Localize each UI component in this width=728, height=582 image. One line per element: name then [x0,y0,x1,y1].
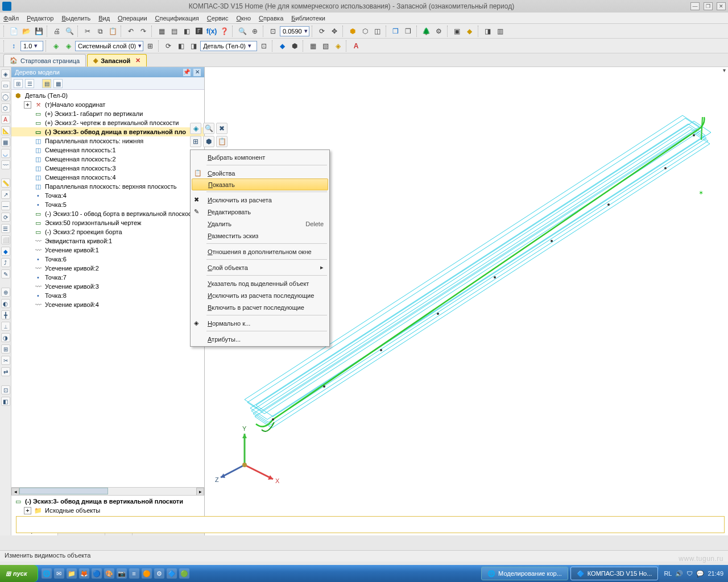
panel-dropdown-icon[interactable]: ▾ [723,67,726,73]
print-icon[interactable]: 🖨 [51,26,63,37]
paste-icon[interactable]: 📋 [107,26,118,37]
rail-tool-icon[interactable]: ⊕ [1,288,10,297]
preview-icon[interactable]: 🔍 [64,26,75,37]
tree-item[interactable]: ▭(+) Эскиз:2- чертеж в вертикальной плос… [11,118,204,127]
cut-icon[interactable]: ✂ [82,26,93,37]
tool-icon[interactable]: ◧ [181,26,192,37]
maximize-button[interactable]: ❐ [704,2,713,10]
rail-tool-icon[interactable]: ⤴ [1,258,10,267]
context-menu-item[interactable]: УдалитьDelete [191,218,329,230]
axis-icon[interactable]: ↕ [8,40,19,52]
assembly-icon[interactable]: ▣ [452,26,463,37]
tree-item[interactable]: ◫Смещенная плоскость:1 [11,146,204,155]
mini-tool-icon[interactable]: ✖ [216,123,228,134]
ql-icon[interactable]: ✉ [54,568,64,579]
rail-tool-icon[interactable]: 📏 [1,178,10,188]
menu-item[interactable]: Окно [237,15,251,22]
context-menu-item[interactable]: Включить в расчет последующие [191,301,329,313]
menu-item[interactable]: Сервис [207,15,229,22]
tree-item[interactable]: •Точка:8 [11,291,204,300]
menu-item[interactable]: Вид [98,15,110,22]
tree-item[interactable]: 〰Усечение кривой:3 [11,282,204,291]
tree-item[interactable]: ◫Смещенная плоскость:3 [11,164,204,173]
tree-selected-detail[interactable]: ▭(-) Эскиз:3- обвод днища в вертикальной… [11,497,204,506]
rail-tool-icon[interactable]: — [1,201,10,210]
body-dropdown[interactable]: Деталь (Тел-0) [200,41,257,51]
rail-tool-icon[interactable]: 📐 [1,126,10,135]
3d-icon[interactable]: ❒ [390,26,402,37]
tree-item[interactable]: +⤧(т)Начало координат [11,100,204,109]
menu-item[interactable]: Выделить [61,15,90,22]
ql-icon[interactable]: 📷 [117,568,127,579]
tool-icon[interactable]: ◧ [175,40,187,52]
ql-icon[interactable]: 🔵 [92,568,102,579]
tree-item[interactable]: ▭(+) Эскиз:1- габарит по вертикали [11,109,204,118]
tool-icon[interactable]: ▦ [156,26,167,37]
rail-tool-icon[interactable]: ⊡ [1,385,10,394]
save-icon[interactable]: 💾 [33,26,44,37]
rail-tool-icon[interactable]: ◑ [1,333,10,342]
tree-item[interactable]: •Точка:4 [11,191,204,200]
zoom-window-icon[interactable]: 🔍 [237,26,248,37]
mini-tool-icon[interactable]: ⊞ [190,136,201,147]
rail-tool-icon[interactable]: ✎ [1,269,10,278]
tree-item[interactable]: ▭(-) Эскиз:10 - обвод борта в вертикальн… [11,209,204,218]
context-menu-item[interactable]: ◈Нормально к... [191,317,329,329]
tree-toolbar-icon[interactable]: ☰ [25,79,34,88]
menu-item[interactable]: Справка [259,15,283,22]
scroll-right-icon[interactable]: ▸ [196,488,204,496]
ql-icon[interactable]: 🌐 [42,568,52,579]
refresh-icon[interactable]: ⟳ [163,40,174,52]
tool-icon[interactable]: ▤ [168,26,180,37]
context-menu-item[interactable]: Отношения в дополнительном окне [191,246,329,257]
close-button[interactable]: ✕ [717,2,726,10]
rail-tool-icon[interactable]: ↗ [1,190,10,199]
tray-icon[interactable]: 🛡 [686,570,693,577]
tree-item[interactable]: ◫Параллельная плоскость: верхняя плоскос… [11,182,204,191]
tree-item[interactable]: •Точка:7 [11,273,204,282]
document-tab[interactable]: 🏠Стартовая страница [3,54,86,66]
tray-icon[interactable]: 🔊 [675,570,683,577]
rail-tool-icon[interactable]: ◆ [1,247,10,256]
tray-clock[interactable]: 21:49 [708,570,723,577]
menu-item[interactable]: Редактор [27,15,53,22]
ql-icon[interactable]: 🎨 [104,568,114,579]
scroll-left-icon[interactable]: ◂ [11,488,19,496]
close-tab-icon[interactable]: ✕ [135,57,140,64]
3d-icon[interactable]: ❒ [403,26,414,37]
view-icon[interactable]: ⬢ [347,26,358,37]
zoom-fit-icon[interactable]: ⊡ [267,26,279,37]
rail-tool-icon[interactable]: ◧ [1,397,10,406]
mini-tool-icon[interactable]: ⬢ [203,136,214,147]
new-icon[interactable]: 📄 [8,26,19,37]
ql-icon[interactable]: 🦊 [79,568,89,579]
expand-icon[interactable]: + [24,507,31,514]
tool-icon[interactable]: ◈ [332,40,344,52]
tree-item[interactable]: ◫Параллельная плоскость: нижняя [11,136,204,146]
pan-icon[interactable]: ✥ [329,26,340,37]
ql-icon[interactable]: 🟢 [179,568,189,579]
tool-icon[interactable]: ⚙ [433,26,445,37]
view-icon[interactable]: ◫ [372,26,383,37]
tree-item[interactable]: •Точка:5 [11,200,204,209]
context-menu-item[interactable]: Атрибуты... [191,333,329,345]
tree-detail-item[interactable]: +📁Исходные объекты [11,506,204,515]
rail-tool-icon[interactable]: ☰ [1,224,10,233]
tool-icon[interactable]: 🅵 [193,26,205,37]
scale-dropdown[interactable]: 1.0 [20,41,43,51]
undo-icon[interactable]: ↶ [125,26,136,37]
rail-tool-icon[interactable]: ✂ [1,356,10,365]
taskbar-task[interactable]: 🌐Моделирование кор... [481,567,568,580]
mini-tool-icon[interactable]: ◈ [190,123,201,134]
layer-icon[interactable]: ◈ [50,40,61,52]
tool-icon[interactable]: ▥ [495,26,506,37]
fx-icon[interactable]: f(x) [206,26,217,37]
ql-icon[interactable]: 🔷 [167,568,177,579]
tree-toolbar-icon[interactable]: ▦ [53,79,63,88]
rail-tool-icon[interactable]: ⇄ [1,367,10,376]
zoom-in-icon[interactable]: ⊕ [249,26,260,37]
tree-item[interactable]: ◫Смещенная плоскость:2 [11,155,204,164]
context-menu-item[interactable]: Исключить из расчета последующие [191,289,329,301]
close-panel-icon[interactable]: ✕ [193,69,201,76]
color-icon[interactable]: ◆ [276,40,288,52]
